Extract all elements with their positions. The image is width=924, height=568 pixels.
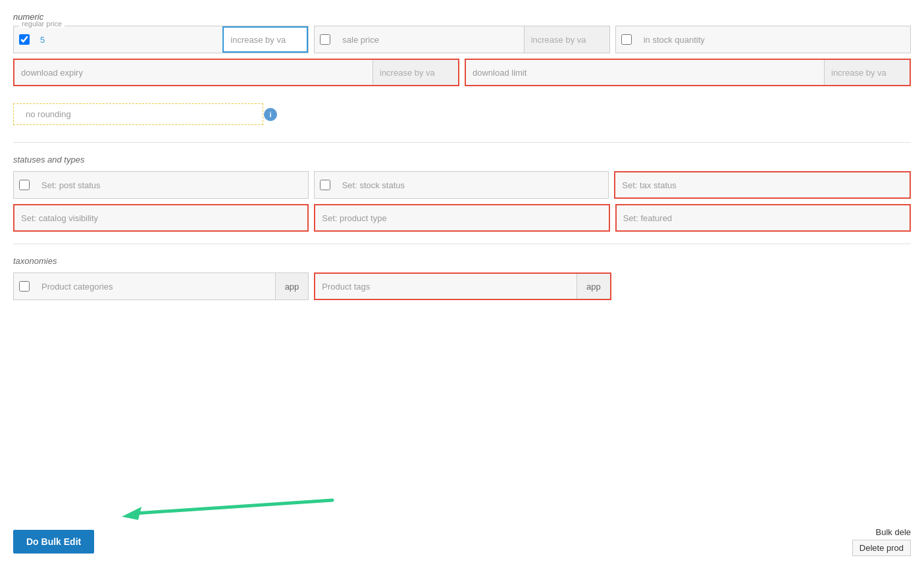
do-bulk-edit-button[interactable]: Do Bulk Edit — [13, 530, 94, 554]
tax-status-label: Set: tax status — [615, 180, 910, 190]
regular-price-checkbox-wrap — [14, 34, 35, 45]
set-featured-label: Set: featured — [617, 213, 910, 223]
product-categories-label: Product categories — [35, 282, 275, 292]
stock-status-checkbox-wrap — [315, 180, 336, 190]
post-status-cell: Set: post status — [13, 171, 309, 199]
bulk-delete-area: Bulk dele Delete prod — [852, 527, 911, 556]
product-tags-label: Product tags — [315, 282, 577, 292]
product-tags-cell: Product tags app — [314, 272, 611, 300]
statuses-row-1: Set: post status Set: stock status Set: … — [13, 171, 911, 199]
numeric-label: numeric — [13, 12, 911, 22]
product-type-cell: Set: product type — [314, 204, 609, 232]
regular-price-label: regular price — [19, 20, 64, 28]
sale-price-secondary: increase by va — [524, 26, 609, 53]
info-icon[interactable]: i — [264, 108, 277, 121]
product-categories-checkbox-wrap — [14, 281, 35, 292]
post-status-checkbox[interactable] — [19, 180, 30, 190]
rounding-text: no rounding — [26, 109, 71, 119]
download-expiry-secondary: increase by va — [372, 60, 458, 85]
download-expiry-cell: download expiry increase by va — [13, 59, 459, 86]
bulk-delete-text: Bulk dele — [876, 527, 911, 537]
in-stock-checkbox[interactable] — [621, 34, 632, 45]
svg-line-0 — [135, 500, 332, 513]
in-stock-checkbox-wrap — [616, 34, 637, 45]
statuses-label: statuses and types — [13, 155, 911, 165]
statuses-section: statuses and types Set: post status Set:… — [13, 155, 911, 232]
regular-price-input[interactable] — [35, 26, 222, 53]
stock-status-cell: Set: stock status — [314, 171, 609, 199]
rounding-area: no rounding i — [13, 95, 911, 130]
numeric-section: numeric regular price increase by va sal… — [13, 12, 911, 130]
set-featured-cell: Set: featured — [615, 204, 911, 232]
taxonomies-section: taxonomies Product categories app Produc… — [13, 256, 911, 300]
in-stock-quantity-cell: in stock quantity — [615, 26, 911, 53]
post-status-checkbox-wrap — [14, 180, 35, 190]
regular-price-checkbox[interactable] — [19, 34, 30, 45]
download-limit-secondary: increase by va — [824, 60, 910, 85]
divider-1 — [13, 142, 911, 143]
stock-status-label: Set: stock status — [336, 180, 609, 190]
taxonomies-label: taxonomies — [13, 256, 911, 266]
page-wrapper: numeric regular price increase by va sal… — [0, 0, 924, 568]
regular-price-cell: regular price increase by va — [13, 26, 309, 53]
product-categories-cell: Product categories app — [13, 272, 309, 300]
tax-status-cell: Set: tax status — [614, 171, 911, 199]
catalog-visibility-cell: Set: catalog visibility — [13, 204, 309, 232]
product-type-label: Set: product type — [315, 213, 608, 223]
regular-price-secondary[interactable]: increase by va — [222, 26, 308, 53]
product-categories-checkbox[interactable] — [19, 281, 30, 292]
taxonomies-spacer — [617, 272, 911, 300]
post-status-label: Set: post status — [35, 180, 308, 190]
product-tags-app-btn[interactable]: app — [577, 274, 610, 299]
sale-price-label: sale price — [336, 35, 523, 45]
download-limit-cell: download limit increase by va — [465, 59, 911, 86]
sale-price-checkbox-wrap — [315, 34, 336, 45]
bottom-bar: Do Bulk Edit Bulk dele Delete prod — [0, 515, 924, 568]
taxonomies-row-1: Product categories app Product tags app — [13, 272, 911, 300]
divider-2 — [13, 244, 911, 244]
rounding-box[interactable]: no rounding i — [13, 103, 263, 125]
sale-price-checkbox[interactable] — [320, 34, 330, 45]
sale-price-cell: sale price increase by va — [314, 26, 609, 53]
download-limit-label: download limit — [466, 68, 824, 78]
catalog-visibility-label: Set: catalog visibility — [14, 213, 307, 223]
numeric-row-2: download expiry increase by va download … — [13, 59, 911, 86]
in-stock-label: in stock quantity — [637, 35, 910, 45]
numeric-row-1: regular price increase by va sale price … — [13, 26, 911, 53]
statuses-row-2: Set: catalog visibility Set: product typ… — [13, 204, 911, 232]
delete-product-text: Delete prod — [852, 540, 911, 556]
download-expiry-label: download expiry — [14, 68, 372, 78]
product-categories-app-btn[interactable]: app — [275, 273, 309, 299]
stock-status-checkbox[interactable] — [320, 180, 330, 190]
